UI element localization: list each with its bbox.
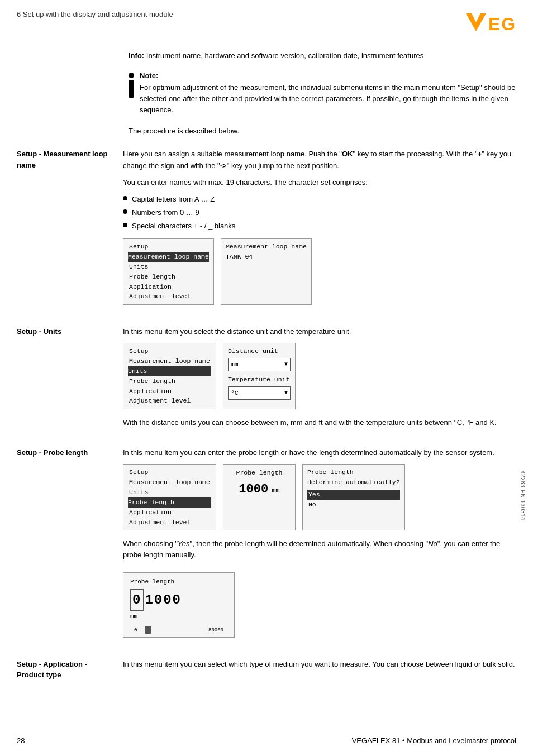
probe-slider-track[interactable]: 0 80000 [134,626,223,634]
probe-digits-rest: 1000 [145,590,182,610]
probe-length-label: Probe length [229,468,289,478]
note-dot-icon [129,73,134,78]
menu-right-measurement: Measurement loop name TANK 04 [221,238,312,305]
menu-item-adj-2: Adjustment level [128,396,211,406]
note-icon [129,73,134,98]
right-title-measurement: Measurement loop name [226,243,307,250]
measurement-para2: You can enter names with max. 19 charact… [123,177,516,188]
units-para1: In this menu item you select the distanc… [123,326,516,337]
menu-item-probe-2: Probe length [128,376,211,386]
note-content: Note: For optimum adjustment of the meas… [140,71,516,116]
bullet-dot-icon [123,209,127,214]
section-body-measurement: Here you can assign a suitable measureme… [123,149,516,313]
menu-item-probe-1: Probe length [128,272,209,282]
probe-slider-area: 0 80000 [130,626,227,634]
menu-item-app-3: Application [128,508,211,518]
page-header: 6 Set up with the display and adjustment… [0,0,533,42]
slider-min-label: 0 [134,627,137,635]
probe-value-display: 1000 mm [229,480,289,499]
menu-title-3: Setup [128,467,211,477]
menu-item-adj-1: Adjustment level [128,291,209,302]
info-body: Instrument name, hardware and software v… [146,51,423,60]
temp-unit-label: Temperature unit [228,375,291,385]
section-probe-length: Setup - Probe length In this menu item y… [17,447,516,645]
menu-title-2: Setup [128,346,211,356]
measurement-bullet-list: Capital letters from A … Z Numbers from … [123,194,516,232]
dropdown-arrow-icon-2: ▼ [284,389,288,398]
probe-value-panel: Probe length 1000 mm [223,464,296,530]
menu-selected-3: Probe length [128,497,211,508]
procedure-text: The procedure is described below. [129,126,516,137]
probe-auto-no[interactable]: No [307,500,400,510]
distance-unit-label: Distance unit [228,346,291,356]
side-text-wrapper: 42283-EN-130314 [517,279,529,711]
distance-unit-dropdown[interactable]: mm ▼ [228,358,291,371]
bullet-dot-icon [123,196,127,200]
slider-thumb[interactable] [145,626,151,634]
menu-box-setup-2: Setup Measurement loop name Units Probe … [123,343,216,409]
content-area: Info: Instrument name, hardware and soft… [0,50,533,716]
measurement-para1: Here you can assign a suitable measureme… [123,149,516,171]
note-block: Note: For optimum adjustment of the meas… [129,71,516,116]
menu-selected-2: Units [128,366,211,376]
probe-para1: In this menu item you can enter the prob… [123,447,516,458]
menu-title-1: Setup [128,242,209,252]
note-bar-icon [129,80,134,98]
info-label: Info: [129,51,144,60]
probe-manual-label: Probe length [130,577,227,587]
note-body: For optimum adjustment of the measuremen… [140,82,516,116]
menu-item-units-1: Units [128,262,209,272]
probe-auto-panel: Probe length determine automatically? Ye… [302,464,405,530]
measurement-menu-display: Setup Measurement loop name Units Probe … [123,238,516,305]
distance-unit-value: mm [231,360,239,370]
header-title: 6 Set up with the display and adjustment… [17,10,173,18]
probe-auto-title: Probe length [307,467,400,477]
footer-title: VEGAFLEX 81 • Modbus and Levelmaster pro… [352,736,516,745]
bullet-dot-icon [123,223,127,227]
section-body-application: In this menu item you can select which t… [123,659,516,681]
bullet-capital: Capital letters from A … Z [123,194,516,205]
menu-item-adj-3: Adjustment level [128,518,211,528]
section-body-probe: In this menu item you can enter the prob… [123,447,516,645]
side-text: 42283-EN-130314 [520,470,526,520]
right-value-measurement: TANK 04 [226,253,253,260]
temp-unit-value: °C [231,388,239,398]
section-body-units: In this menu item you select the distanc… [123,326,516,434]
section-label-application: Setup - Application - Product type [17,659,123,681]
application-para1: In this menu item you can select which t… [123,659,516,670]
footer-page-number: 28 [17,736,25,745]
probe-value-number: 1000 [239,480,268,499]
section-label-measurement: Setup - Measurement loop name [17,149,123,313]
vega-logo: EGA [466,10,516,39]
probe-unit: mm [272,486,279,496]
menu-selected-1: Measurement loop name [128,252,209,262]
dropdown-arrow-icon: ▼ [284,360,288,369]
menu-item-app-1: Application [128,282,209,292]
menu-item-units-3: Units [128,487,211,497]
probe-auto-yes[interactable]: Yes [307,490,400,500]
info-block: Info: Instrument name, hardware and soft… [129,50,516,61]
section-measurement-loop: Setup - Measurement loop name Here you c… [17,149,516,313]
probe-manual-box: Probe length 01000 mm 0 80000 [123,572,235,638]
section-label-probe: Setup - Probe length [17,447,123,645]
probe-display-outer: Setup Measurement loop name Units Probe … [123,464,516,530]
menu-box-setup-3: Setup Measurement loop name Units Probe … [123,464,216,530]
units-para2: With the distance units you can choose b… [123,417,516,428]
temp-unit-dropdown[interactable]: °C ▼ [228,386,291,400]
page-footer: 28 VEGAFLEX 81 • Modbus and Levelmaster … [17,733,516,745]
svg-text:EGA: EGA [488,14,516,34]
bullet-numbers: Numbers from 0 … 9 [123,207,516,218]
probe-para2: When choosing "Yes", then the probe leng… [123,538,516,561]
probe-auto-subtitle: determine automatically? [307,477,400,487]
bullet-special: Special characters + - / _ blanks [123,221,516,232]
slider-max-label: 80000 [208,627,223,635]
menu-item-loop-3: Measurement loop name [128,477,211,487]
section-units: Setup - Units In this menu item you sele… [17,326,516,434]
note-title: Note: [140,71,516,80]
menu-box-setup-1: Setup Measurement loop name Units Probe … [123,238,214,305]
units-menu-display: Setup Measurement loop name Units Probe … [123,343,516,409]
probe-digital-display: 01000 [130,589,227,611]
section-application: Setup - Application - Product type In th… [17,659,516,681]
menu-item-loop-2: Measurement loop name [128,356,211,366]
info-text: Info: Instrument name, hardware and soft… [129,50,516,61]
